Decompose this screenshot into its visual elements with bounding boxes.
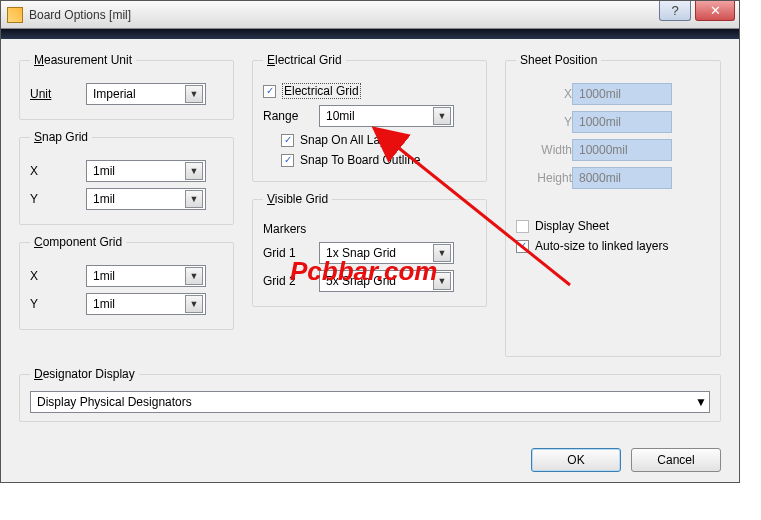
app-icon: [7, 7, 23, 23]
snap-y-label: Y: [30, 192, 86, 206]
snap-all-layers-checkbox[interactable]: ✓ Snap On All Layer: [281, 133, 476, 147]
comp-x-value: 1mil: [93, 269, 115, 283]
sheet-width-label: Width: [516, 143, 572, 157]
autosize-label: Auto-size to linked layers: [535, 239, 668, 253]
autosize-checkbox[interactable]: ✓ Auto-size to linked layers: [516, 239, 710, 253]
electrical-grid-legend: Electrical Grid: [263, 53, 346, 67]
checkbox-icon: ✓: [516, 240, 529, 253]
unit-label: Unit: [30, 87, 86, 101]
unit-value: Imperial: [93, 87, 136, 101]
checkbox-icon: [516, 220, 529, 233]
display-sheet-checkbox[interactable]: Display Sheet: [516, 219, 710, 233]
checkbox-icon: ✓: [263, 85, 276, 98]
chevron-down-icon: ▼: [185, 267, 203, 285]
markers-label: Markers: [263, 222, 319, 236]
electrical-grid-checkbox[interactable]: ✓ Electrical Grid: [263, 83, 476, 99]
range-select[interactable]: 10mil ▼: [319, 105, 454, 127]
chevron-down-icon: ▼: [695, 395, 707, 409]
chevron-down-icon: ▼: [433, 244, 451, 262]
comp-x-select[interactable]: 1mil ▼: [86, 265, 206, 287]
sheet-x-input[interactable]: 1000mil: [572, 83, 672, 105]
measurement-unit-legend: Measurement Unit: [30, 53, 136, 67]
snap-board-outline-checkbox[interactable]: ✓ Snap To Board Outline: [281, 153, 476, 167]
designator-value: Display Physical Designators: [37, 395, 192, 409]
sheet-width-input[interactable]: 10000mil: [572, 139, 672, 161]
chevron-down-icon: ▼: [433, 107, 451, 125]
snap-y-select[interactable]: 1mil ▼: [86, 188, 206, 210]
comp-y-value: 1mil: [93, 297, 115, 311]
grid1-value: 1x Snap Grid: [326, 246, 396, 260]
grid2-label: Grid 2: [263, 274, 319, 288]
snap-board-label: Snap To Board Outline: [300, 153, 421, 167]
designator-select[interactable]: Display Physical Designators ▼: [30, 391, 710, 413]
grid2-select[interactable]: 5x Snap Grid ▼: [319, 270, 454, 292]
snap-x-select[interactable]: 1mil ▼: [86, 160, 206, 182]
snap-all-label: Snap On All Layer: [300, 133, 397, 147]
electrical-grid-group: Electrical Grid ✓ Electrical Grid Range …: [252, 53, 487, 182]
grid1-select[interactable]: 1x Snap Grid ▼: [319, 242, 454, 264]
chevron-down-icon: ▼: [185, 295, 203, 313]
comp-y-select[interactable]: 1mil ▼: [86, 293, 206, 315]
grid2-value: 5x Snap Grid: [326, 274, 396, 288]
measurement-unit-group: Measurement Unit Unit Imperial ▼: [19, 53, 234, 120]
component-grid-legend: Component Grid: [30, 235, 126, 249]
help-button[interactable]: ?: [659, 1, 691, 21]
designator-legend: Designator Display: [30, 367, 139, 381]
sheet-height-input[interactable]: 8000mil: [572, 167, 672, 189]
comp-x-label: X: [30, 269, 86, 283]
visible-grid-group: Visible Grid Markers Grid 1 1x Snap Grid…: [252, 192, 487, 307]
ribbon-strip: [1, 29, 739, 39]
chevron-down-icon: ▼: [185, 162, 203, 180]
unit-select[interactable]: Imperial ▼: [86, 83, 206, 105]
display-sheet-label: Display Sheet: [535, 219, 609, 233]
component-grid-group: Component Grid X 1mil ▼ Y 1mil ▼: [19, 235, 234, 330]
snap-x-label: X: [30, 164, 86, 178]
sheet-position-legend: Sheet Position: [516, 53, 601, 67]
sheet-x-label: X: [516, 87, 572, 101]
chevron-down-icon: ▼: [433, 272, 451, 290]
sheet-position-group: Sheet Position X 1000mil Y 1000mil Width…: [505, 53, 721, 357]
range-value: 10mil: [326, 109, 355, 123]
comp-y-label: Y: [30, 297, 86, 311]
range-label: Range: [263, 109, 319, 123]
sheet-y-label: Y: [516, 115, 572, 129]
checkbox-icon: ✓: [281, 134, 294, 147]
visible-grid-legend: Visible Grid: [263, 192, 332, 206]
close-button[interactable]: ✕: [695, 1, 735, 21]
sheet-height-label: Height: [516, 171, 572, 185]
checkbox-icon: ✓: [281, 154, 294, 167]
cancel-button[interactable]: Cancel: [631, 448, 721, 472]
sheet-y-input[interactable]: 1000mil: [572, 111, 672, 133]
chevron-down-icon: ▼: [185, 85, 203, 103]
snap-y-value: 1mil: [93, 192, 115, 206]
grid1-label: Grid 1: [263, 246, 319, 260]
chevron-down-icon: ▼: [185, 190, 203, 208]
designator-display-group: Designator Display Display Physical Desi…: [19, 367, 721, 422]
ok-button[interactable]: OK: [531, 448, 621, 472]
snap-grid-group: Snap Grid X 1mil ▼ Y 1mil ▼: [19, 130, 234, 225]
electrical-grid-checkbox-label: Electrical Grid: [282, 83, 361, 99]
titlebar: Board Options [mil] ? ✕: [1, 1, 739, 29]
snap-x-value: 1mil: [93, 164, 115, 178]
snap-grid-legend: Snap Grid: [30, 130, 92, 144]
window-title: Board Options [mil]: [29, 8, 131, 22]
